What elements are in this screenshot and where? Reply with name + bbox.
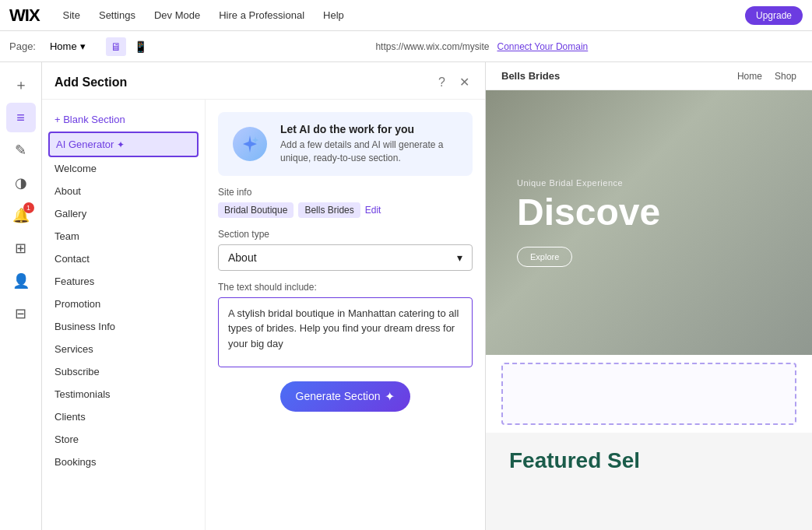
generate-section-button[interactable]: Generate Section ✦ xyxy=(280,381,411,412)
page-label: Page: xyxy=(9,40,36,52)
section-type-section: Section type About ▾ xyxy=(218,229,473,271)
sidebar-icon-add[interactable]: ＋ xyxy=(6,70,36,100)
sidebar-icon-members[interactable]: 👤 xyxy=(6,266,36,296)
section-type-selected: About xyxy=(228,251,257,264)
preview-nav-home: Home xyxy=(737,71,762,82)
ai-intro-title: Let AI do the work for you xyxy=(280,123,460,135)
sparkle-icon: ✦ xyxy=(117,139,125,150)
ai-sparkle-icon xyxy=(233,127,267,161)
data-icon: ⊟ xyxy=(15,305,26,322)
page-name: Home xyxy=(50,40,77,52)
nav-devmode[interactable]: Dev Mode xyxy=(146,6,208,24)
chevron-down-icon: ▾ xyxy=(457,251,462,264)
upgrade-button[interactable]: Upgrade xyxy=(745,6,803,25)
ai-generator-content: Let AI do the work for you Add a few det… xyxy=(206,100,485,530)
chevron-down-icon: ▾ xyxy=(80,40,86,52)
section-nav-bookings[interactable]: Bookings xyxy=(42,451,205,473)
section-nav-clients[interactable]: Clients xyxy=(42,405,205,428)
pages-icon: ≡ xyxy=(16,110,25,126)
preview-tagline: Unique Bridal Experience xyxy=(517,178,660,188)
wix-logo: WIX xyxy=(9,5,40,26)
preview-navbar: Bells Brides Home Shop xyxy=(486,62,812,90)
desktop-view-icon[interactable]: 🖥 xyxy=(106,37,126,56)
preview-brand: Bells Brides xyxy=(501,70,560,82)
preview-nav-shop: Shop xyxy=(775,71,796,82)
nav-help[interactable]: Help xyxy=(315,6,352,24)
notification-badge: 1 xyxy=(23,202,34,213)
main-layout: ＋ ≡ ✎ ◑ 🔔 1 ⊞ 👤 ⊟ Add Section ? xyxy=(0,62,812,530)
preview-empty-section xyxy=(501,363,796,425)
design-icon: ◑ xyxy=(15,174,27,191)
add-section-panel: Add Section ? ✕ + Blank Section AI Gener… xyxy=(42,62,486,530)
preview-featured-title: Featured Sel xyxy=(509,448,789,473)
tag-bridal-boutique: Bridal Boutique xyxy=(218,202,294,218)
section-nav-services[interactable]: Services xyxy=(42,338,205,360)
panel-title: Add Section xyxy=(54,75,127,90)
section-nav-store[interactable]: Store xyxy=(42,428,205,451)
ai-intro-description: Add a few details and AI will generate a… xyxy=(280,139,460,165)
preview-frame: Bells Brides Home Shop Unique Bridal Exp… xyxy=(486,62,812,530)
page-bar: Page: Home ▾ 🖥 📱 https://www.wix.com/mys… xyxy=(0,31,812,62)
tag-bells-brides: Bells Brides xyxy=(298,202,360,218)
preview-nav-links: Home Shop xyxy=(737,71,796,82)
section-nav-team[interactable]: Team xyxy=(42,225,205,247)
page-selector[interactable]: Home ▾ xyxy=(45,38,90,54)
site-info-tags: Bridal Boutique Bells Brides Edit xyxy=(218,202,473,218)
blank-section-button[interactable]: + Blank Section xyxy=(42,107,205,132)
ai-intro-card: Let AI do the work for you Add a few det… xyxy=(218,112,473,176)
canvas-area: Bells Brides Home Shop Unique Bridal Exp… xyxy=(486,62,812,530)
blog-icon: ✎ xyxy=(15,142,26,159)
nav-settings[interactable]: Settings xyxy=(91,6,143,24)
section-type-label: Section type xyxy=(218,229,473,240)
connect-domain-link[interactable]: Connect Your Domain xyxy=(497,41,588,52)
members-icon: 👤 xyxy=(12,272,30,290)
section-nav-features[interactable]: Features xyxy=(42,270,205,293)
preview-hero: Unique Bridal Experience Discove Explore xyxy=(486,90,812,355)
site-info-edit-link[interactable]: Edit xyxy=(365,205,381,216)
sidebar-icon-notifications[interactable]: 🔔 1 xyxy=(6,201,36,230)
mobile-view-icon[interactable]: 📱 xyxy=(129,37,152,56)
site-url: https://www.wix.com/mysite xyxy=(375,41,489,52)
sidebar-icons: ＋ ≡ ✎ ◑ 🔔 1 ⊞ 👤 ⊟ xyxy=(0,62,42,530)
text-prompt-label: The text should include: xyxy=(218,282,473,293)
section-nav-gallery[interactable]: Gallery xyxy=(42,202,205,225)
preview-hero-content: Unique Bridal Experience Discove Explore xyxy=(517,178,660,267)
section-nav-subscribe[interactable]: Subscribe xyxy=(42,360,205,383)
preview-explore-button[interactable]: Explore xyxy=(517,247,572,267)
panel-body: + Blank Section AI Generator ✦ Welcome A… xyxy=(42,100,485,530)
section-nav-business-info[interactable]: Business Info xyxy=(42,315,205,338)
text-prompt-textarea[interactable]: A stylish bridal boutique in Manhattan c… xyxy=(218,297,473,367)
site-info-section: Site info Bridal Boutique Bells Brides E… xyxy=(218,187,473,218)
top-navigation: WIX Site Settings Dev Mode Hire a Profes… xyxy=(0,0,812,31)
section-nav-contact[interactable]: Contact xyxy=(42,247,205,270)
help-icon[interactable]: ? xyxy=(435,74,448,91)
close-icon[interactable]: ✕ xyxy=(456,73,473,91)
section-nav-testimonials[interactable]: Testimonials xyxy=(42,383,205,405)
preview-featured: Featured Sel xyxy=(486,433,812,530)
sidebar-icon-data[interactable]: ⊟ xyxy=(6,299,36,328)
sidebar-icon-design[interactable]: ◑ xyxy=(6,168,36,198)
ai-icon-wrapper xyxy=(230,125,269,163)
sidebar-icon-apps[interactable]: ⊞ xyxy=(6,233,36,263)
section-nav-about[interactable]: About xyxy=(42,180,205,202)
sidebar-icon-blog[interactable]: ✎ xyxy=(6,135,36,165)
generate-sparkle-icon: ✦ xyxy=(385,389,395,404)
panel-header: Add Section ? ✕ xyxy=(42,62,485,100)
section-nav-welcome[interactable]: Welcome xyxy=(42,157,205,180)
preview-headline: Discove xyxy=(517,194,660,231)
nav-hire-professional[interactable]: Hire a Professional xyxy=(211,6,312,24)
section-nav-promotion[interactable]: Promotion xyxy=(42,293,205,315)
ai-generator-label: AI Generator xyxy=(56,139,114,150)
add-icon: ＋ xyxy=(14,75,28,94)
generate-section-label: Generate Section xyxy=(296,390,381,402)
nav-site[interactable]: Site xyxy=(55,6,88,24)
apps-icon: ⊞ xyxy=(15,240,26,257)
text-prompt-section: The text should include: A stylish brida… xyxy=(218,282,473,367)
section-type-dropdown[interactable]: About ▾ xyxy=(218,244,473,271)
site-info-label: Site info xyxy=(218,187,473,198)
url-bar: https://www.wix.com/mysite Connect Your … xyxy=(161,41,803,52)
section-list: + Blank Section AI Generator ✦ Welcome A… xyxy=(42,100,206,530)
ai-generator-nav-item[interactable]: AI Generator ✦ xyxy=(48,132,199,157)
ai-intro-text: Let AI do the work for you Add a few det… xyxy=(280,123,460,165)
sidebar-icon-pages[interactable]: ≡ xyxy=(6,103,36,132)
